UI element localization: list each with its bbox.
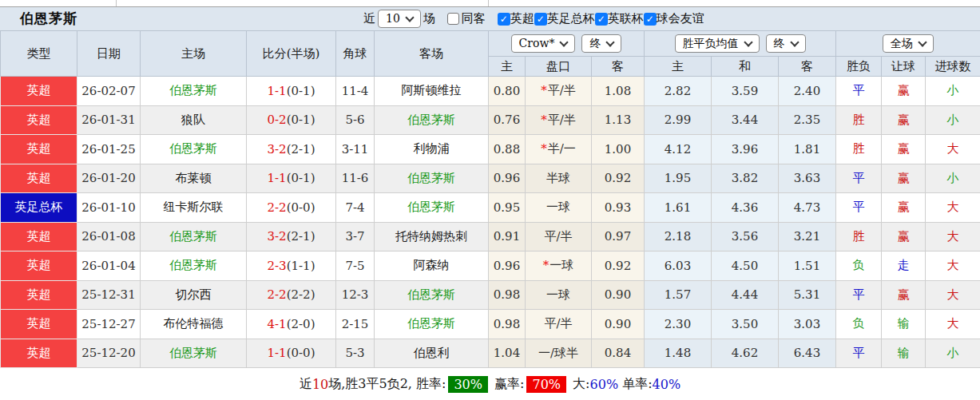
cell-goals: 大 xyxy=(926,280,980,310)
cell-score: 2-3(1-1) xyxy=(247,251,336,281)
table-row: 英超26-02-07伯恩茅斯1-1(0-1)11-4阿斯顿维拉0.80*平/半1… xyxy=(1,77,980,106)
cell-crow-away: 1.00 xyxy=(592,135,645,164)
col-type: 类型 xyxy=(1,31,77,77)
cell-result: 胜 xyxy=(836,135,882,164)
bookmaker-state-select[interactable]: 终 xyxy=(581,34,621,53)
cell-crow-home: 1.04 xyxy=(489,339,526,368)
score-fulltime: 2-2 xyxy=(267,200,286,215)
cell-crow-home: 0.88 xyxy=(489,135,526,164)
col-score: 比分(半场) xyxy=(247,31,336,77)
footer-win-rate-badge: 30% xyxy=(448,376,488,393)
cell-home-team: 纽卡斯尔联 xyxy=(141,193,247,223)
cell-avg-away: 2.40 xyxy=(779,77,836,106)
handicap-text: 半球 xyxy=(546,171,570,185)
cell-avg-home: 6.03 xyxy=(645,251,712,281)
col-avg-away: 客 xyxy=(779,57,836,77)
cell-home-team: 布莱顿 xyxy=(141,164,247,193)
handicap-text: 一/球半 xyxy=(538,346,578,360)
handicap-star: * xyxy=(541,83,547,97)
cell-avg-home: 2.82 xyxy=(645,77,712,106)
summary-footer: 近10场,胜3平5负2, 胜率:30% 赢率:70% 大:60% 单率:40% xyxy=(0,368,980,400)
cell-handicap: *平/半 xyxy=(526,77,592,106)
table-row: 英超25-12-20伯恩茅斯1-1(0-0)5-3伯恩利1.04一/球半0.84… xyxy=(1,339,980,368)
avg-state-select[interactable]: 终 xyxy=(766,34,806,53)
cell-corner: 7-4 xyxy=(336,193,375,223)
cell-crow-away: 0.93 xyxy=(592,193,645,223)
chevron-down-icon xyxy=(606,38,615,46)
recent-count-select[interactable]: 10 xyxy=(378,10,421,28)
footer-text: 单率: xyxy=(618,376,652,393)
avg-odds-select[interactable]: 胜平负均值 xyxy=(675,34,760,53)
cell-avg-home: 4.12 xyxy=(645,135,712,164)
cell-handicap-result: 赢 xyxy=(882,164,926,193)
bookmaker-state-value: 终 xyxy=(589,37,601,50)
cell-away-team: 伯恩茅斯 xyxy=(375,105,489,135)
league-label: 球会友谊 xyxy=(657,11,704,26)
cell-date: 25-12-31 xyxy=(77,280,141,310)
cell-home-team: 伯恩茅斯 xyxy=(141,251,247,281)
scope-select[interactable]: 全场 xyxy=(883,34,934,53)
cell-crow-away: 1.08 xyxy=(592,77,645,106)
col-crow-away: 客 xyxy=(592,57,645,77)
cell-handicap: 半球 xyxy=(526,164,592,193)
recent-count-value: 10 xyxy=(386,12,400,26)
cell-corner: 12-3 xyxy=(336,280,375,310)
cell-type: 英超 xyxy=(1,251,77,281)
cell-score: 1-1(0-1) xyxy=(247,164,336,193)
cell-goals: 小 xyxy=(926,105,980,135)
col-corner: 角球 xyxy=(336,31,375,77)
cell-avg-away: 3.21 xyxy=(779,222,836,251)
footer-text: 场,胜3平5负2, 胜率: xyxy=(328,376,446,393)
league-filter: ✓球会友谊 xyxy=(644,11,704,26)
cell-type: 英超 xyxy=(1,164,77,193)
col-date: 日期 xyxy=(77,31,141,77)
cell-goals: 大 xyxy=(926,193,980,223)
cell-result: 平 xyxy=(836,280,882,310)
league-label: 英超 xyxy=(510,11,534,26)
chevron-down-icon xyxy=(744,38,752,46)
handicap-text: 平/半 xyxy=(548,83,576,97)
cell-away-team: 伯恩茅斯 xyxy=(375,164,489,193)
cell-home-team: 伯恩茅斯 xyxy=(141,135,247,164)
cell-avg-draw: 3.56 xyxy=(712,222,779,251)
score-halftime: (0-0) xyxy=(287,346,315,360)
cell-type: 英超 xyxy=(1,105,77,135)
divider-tick xyxy=(488,0,489,6)
league-checkbox[interactable]: ✓ xyxy=(498,13,510,26)
cell-crow-home: 0.80 xyxy=(489,77,526,106)
same-away-checkbox[interactable] xyxy=(447,13,459,25)
footer-odd-rate: 40% xyxy=(653,377,681,392)
league-checkbox[interactable]: ✓ xyxy=(595,13,608,26)
page-title: 伯恩茅斯 xyxy=(20,10,77,28)
score-fulltime: 3-2 xyxy=(267,142,286,156)
cell-result: 平 xyxy=(836,339,882,368)
bookmaker-value: Crow* xyxy=(519,37,555,50)
score-fulltime: 2-3 xyxy=(267,259,286,273)
cell-avg-home: 1.61 xyxy=(645,193,712,223)
cell-handicap-result: 赢 xyxy=(882,193,926,223)
footer-recent-count: 10 xyxy=(312,377,328,392)
cell-goals: 小 xyxy=(926,339,980,368)
cell-type: 英足总杯 xyxy=(1,193,77,223)
bookmaker-select[interactable]: Crow* xyxy=(511,34,576,53)
table-row: 英超26-01-08伯恩茅斯3-2(2-1)3-7托特纳姆热刺0.91平/半0.… xyxy=(1,222,980,251)
cell-avg-home: 1.95 xyxy=(645,164,712,193)
cell-crow-away: 0.90 xyxy=(592,310,645,339)
score-fulltime: 0-2 xyxy=(267,113,286,127)
cell-corner: 3-7 xyxy=(336,222,375,251)
cell-score: 1-1(0-0) xyxy=(247,339,336,368)
cell-score: 2-2(0-0) xyxy=(247,193,336,223)
avg-odds-value: 胜平负均值 xyxy=(683,37,739,50)
league-checkbox[interactable]: ✓ xyxy=(644,13,657,26)
cell-home-team: 伯恩茅斯 xyxy=(141,339,247,368)
cell-result: 胜 xyxy=(836,105,882,135)
cell-avg-draw: 3.59 xyxy=(712,77,779,106)
table-row: 英足总杯26-01-10纽卡斯尔联2-2(0-0)7-4伯恩茅斯0.95一球0.… xyxy=(1,193,980,223)
footer-text: 近 xyxy=(300,376,312,393)
cell-type: 英超 xyxy=(1,222,77,251)
table-row: 英超25-12-31切尔西2-2(2-2)12-3伯恩茅斯0.98一球0.901… xyxy=(1,280,980,310)
cell-away-team: 伯恩利 xyxy=(375,339,489,368)
cell-handicap-result: 赢 xyxy=(882,222,926,251)
league-checkbox[interactable]: ✓ xyxy=(534,13,547,26)
cell-home-team: 切尔西 xyxy=(141,280,247,310)
